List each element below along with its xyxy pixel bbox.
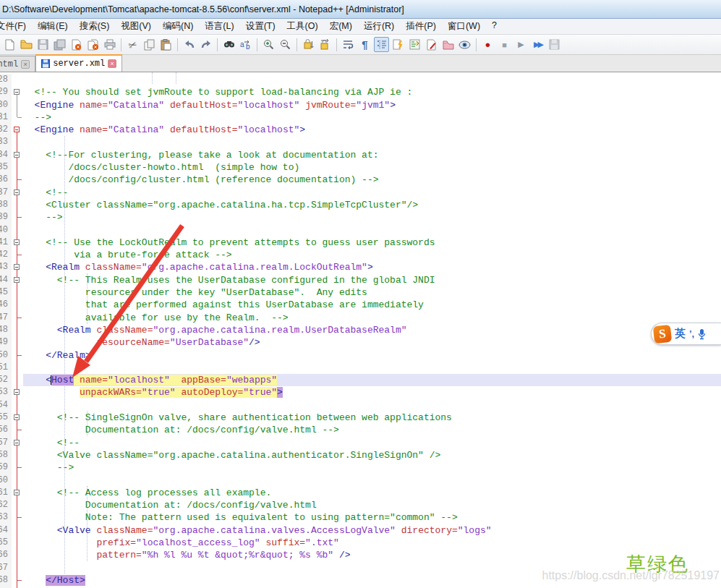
menu-item[interactable]: 工具(O) <box>281 19 324 34</box>
menu-item[interactable]: 文件(F) <box>0 19 32 34</box>
fold-margin[interactable] <box>12 237 23 249</box>
title-bar[interactable]: D:\Software\Development\Tomcat\apache-to… <box>0 0 721 19</box>
macro-stop-icon[interactable]: ■ <box>497 37 512 52</box>
editor-lines[interactable]: 2829 <!-- You should set jvmRoute to sup… <box>0 74 721 588</box>
close-tab-icon[interactable]: × <box>108 59 116 68</box>
close-all-icon[interactable] <box>85 37 101 52</box>
menu-item[interactable]: 编码(N) <box>157 19 199 34</box>
editor-line[interactable]: 50 </Realm> <box>0 349 721 362</box>
menu-item[interactable]: ? <box>486 19 503 34</box>
editor-line[interactable]: 36 /docs/config/cluster.html (reference … <box>0 174 721 186</box>
fold-margin[interactable] <box>12 299 23 311</box>
editor-line[interactable]: 62 Documentation at: /docs/config/valve.… <box>0 499 721 511</box>
fold-margin[interactable] <box>12 111 23 124</box>
menu-item[interactable]: 窗口(W) <box>442 19 486 34</box>
menu-item[interactable]: 编辑(E) <box>32 19 74 34</box>
fold-margin[interactable] <box>12 249 23 261</box>
fold-margin[interactable] <box>12 461 23 474</box>
ime-punctuation-toggle[interactable]: ’, <box>689 328 694 339</box>
fold-margin[interactable] <box>12 524 23 537</box>
folder-as-workspace-icon[interactable] <box>440 37 456 52</box>
tab-a-html[interactable]: a.html × <box>0 56 35 72</box>
paste-icon[interactable] <box>158 37 174 52</box>
sogou-ime-bar[interactable]: S 英 ’, <box>651 323 721 345</box>
fold-margin[interactable] <box>12 211 23 223</box>
new-file-icon[interactable] <box>2 37 17 52</box>
editor-line[interactable]: 45 resources under the key "UserDatabase… <box>0 286 721 299</box>
editor-line[interactable]: 30 <Engine name="Catalina" defaultHost="… <box>0 99 721 111</box>
sync-scroll-horizontal-icon[interactable] <box>317 37 333 52</box>
editor-line[interactable]: 34 <!--For clustering, please take a loo… <box>0 149 721 161</box>
editor-line[interactable]: 64 <Valve className="org.apache.catalina… <box>0 524 721 537</box>
fold-margin[interactable] <box>12 274 23 286</box>
editor-line[interactable]: 66 pattern="%h %l %u %t &quot;%r&quot; %… <box>0 549 721 561</box>
editor-line[interactable]: 41 <!-- Use the LockOutRealm to prevent … <box>0 237 721 249</box>
fold-margin[interactable] <box>12 286 23 299</box>
fold-margin[interactable] <box>12 511 23 524</box>
editor-line[interactable]: 56 Documentation at: /docs/config/valve.… <box>0 424 721 436</box>
editor-line[interactable]: 38 <Cluster className="org.apache.catali… <box>0 199 721 211</box>
fold-margin[interactable] <box>12 161 23 174</box>
macro-save-icon[interactable] <box>547 37 562 52</box>
editor-line[interactable]: 29 <!-- You should set jvmRoute to suppo… <box>0 86 721 98</box>
editor-line[interactable]: 43 <Realm className="org.apache.catalina… <box>0 261 721 273</box>
fold-margin[interactable] <box>12 174 23 186</box>
fold-margin[interactable] <box>12 324 23 336</box>
fold-margin[interactable] <box>12 187 23 199</box>
tab-server-xml[interactable]: server.xml × <box>35 54 122 72</box>
menu-item[interactable]: 设置(T) <box>240 19 281 34</box>
microphone-icon[interactable] <box>698 328 706 340</box>
ime-language-toggle[interactable]: 英 <box>675 327 686 341</box>
close-file-icon[interactable] <box>69 37 84 52</box>
menu-item[interactable]: 搜索(S) <box>74 19 116 34</box>
editor-line[interactable]: 54 <box>0 399 721 412</box>
fold-margin[interactable] <box>12 349 23 362</box>
sogou-logo-icon[interactable]: S <box>653 324 672 343</box>
macro-record-icon[interactable]: ● <box>480 37 495 52</box>
sync-scroll-vertical-icon[interactable] <box>301 37 316 52</box>
editor-line[interactable]: 28 <box>0 74 721 86</box>
editor-line[interactable]: 42 via a brute-force attack --> <box>0 249 721 261</box>
monitor-document-icon[interactable] <box>424 37 439 52</box>
fold-margin[interactable] <box>12 74 23 86</box>
editor-line[interactable]: 60 <box>0 474 721 487</box>
editor-line[interactable]: 35 /docs/cluster-howto.html (simple how … <box>0 161 721 174</box>
fold-margin[interactable] <box>12 437 23 449</box>
editor-line[interactable]: 44 <!-- This Realm uses the UserDatabase… <box>0 274 721 286</box>
menu-item[interactable]: 语言(L) <box>199 19 239 34</box>
editor-line[interactable]: 61 <!-- Access log processes all example… <box>0 487 721 499</box>
fold-margin[interactable] <box>12 487 23 499</box>
macro-play-icon[interactable]: ▶ <box>513 37 529 52</box>
fold-margin[interactable] <box>12 449 23 461</box>
editor-line[interactable]: 39 --> <box>0 211 721 223</box>
editor-line[interactable]: 48 <Realm className="org.apache.catalina… <box>0 324 721 336</box>
menu-item[interactable]: 运行(R) <box>358 19 400 34</box>
fold-margin[interactable] <box>12 424 23 436</box>
fold-margin[interactable] <box>12 149 23 161</box>
zoom-out-icon[interactable] <box>278 37 293 52</box>
editor-line[interactable]: 46 that are performed against this UserD… <box>0 299 721 311</box>
fold-margin[interactable] <box>12 99 23 111</box>
fold-margin[interactable] <box>12 537 23 549</box>
fold-margin[interactable] <box>12 386 23 399</box>
zoom-in-icon[interactable] <box>261 37 276 52</box>
file-monitoring-eye-icon[interactable] <box>457 37 472 52</box>
redo-icon[interactable] <box>198 37 213 52</box>
close-tab-icon[interactable]: × <box>21 60 30 69</box>
save-all-icon[interactable] <box>52 37 67 52</box>
fold-margin[interactable] <box>12 86 23 98</box>
editor-line[interactable]: 52 <Host name="localhost" appBase="webap… <box>0 374 721 386</box>
copy-icon[interactable] <box>142 37 157 52</box>
editor-line[interactable]: 55 <!-- SingleSignOn valve, share authen… <box>0 412 721 424</box>
document-map-icon[interactable] <box>391 37 406 52</box>
editor-line[interactable]: 49 resourceName="UserDatabase"/> <box>0 336 721 349</box>
macro-run-multiple-icon[interactable]: ▶▶ <box>530 37 545 52</box>
fold-margin[interactable] <box>12 199 23 211</box>
editor-line[interactable]: 37 <!-- <box>0 187 721 199</box>
function-list-icon[interactable] <box>407 37 422 52</box>
show-all-characters-icon[interactable]: ¶ <box>357 37 372 52</box>
fold-margin[interactable] <box>12 574 23 587</box>
fold-margin[interactable] <box>12 336 23 349</box>
editor-line[interactable]: 57 <!-- <box>0 437 721 449</box>
fold-margin[interactable] <box>12 562 23 574</box>
